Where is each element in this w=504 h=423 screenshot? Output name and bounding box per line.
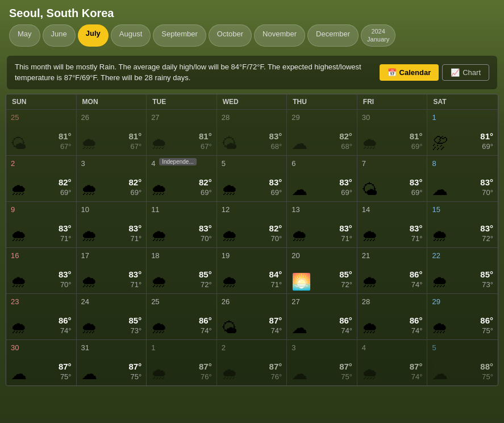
- calendar-cell-w3-d2[interactable]: 18🌧85°72°: [147, 248, 217, 293]
- cell-date: 29: [432, 297, 493, 306]
- calendar-cell-w5-d6[interactable]: 5☁88°75°: [427, 340, 498, 385]
- cell-temps: 86°74°: [59, 315, 72, 335]
- calendar-cell-w0-d0[interactable]: 25🌤81°67°: [6, 110, 77, 155]
- calendar-cell-w4-d3[interactable]: 26🌤87°74°: [217, 294, 288, 339]
- weather-icon: 🌧: [362, 320, 378, 336]
- tab-october[interactable]: October: [209, 24, 252, 47]
- calendar-cell-w4-d4[interactable]: 27☁86°74°: [287, 294, 357, 339]
- weather-icon: 🌤: [362, 182, 378, 198]
- temp-low: 69°: [199, 188, 212, 198]
- tab-2024-january[interactable]: 2024January: [361, 24, 395, 47]
- cell-date: 17: [81, 251, 142, 260]
- temp-low: 76°: [269, 372, 282, 382]
- calendar-view-button[interactable]: 📅 Calendar: [380, 64, 439, 81]
- calendar-cell-w1-d1[interactable]: 3🌧82°69°: [77, 156, 147, 201]
- calendar-cell-w1-d4[interactable]: 6☁83°69°: [287, 156, 357, 201]
- calendar-cell-w5-d5[interactable]: 4🌧87°74°: [357, 340, 428, 385]
- tab-september[interactable]: September: [153, 24, 206, 47]
- calendar-cell-w0-d2[interactable]: 27🌧81°67°: [147, 110, 217, 155]
- calendar-cell-w2-d1[interactable]: 10🌧83°71°: [77, 202, 147, 247]
- calendar-cell-w3-d0[interactable]: 16🌧83°70°: [6, 248, 77, 293]
- weather-icon: 🌅: [291, 274, 311, 290]
- cell-date: 28: [362, 297, 423, 306]
- calendar-cell-w4-d6[interactable]: 29🌧86°75°: [427, 294, 498, 339]
- calendar-cell-w1-d6[interactable]: 8☁83°70°: [427, 156, 498, 201]
- calendar-cell-w2-d3[interactable]: 12🌧82°70°: [217, 202, 288, 247]
- calendar-cell-w3-d4[interactable]: 20🌅85°72°: [287, 248, 357, 293]
- cell-temps: 81°67°: [128, 131, 141, 151]
- calendar-cell-w5-d0[interactable]: 30☁87°75°: [6, 340, 77, 385]
- cell-weather: 🌤83°69°: [362, 170, 423, 198]
- calendar-cell-w2-d4[interactable]: 13🌧83°71°: [287, 202, 357, 247]
- temp-low: 71°: [339, 234, 352, 244]
- cell-temps: 83°70°: [59, 269, 72, 289]
- cell-temps: 87°76°: [199, 361, 212, 381]
- temp-high: 85°: [480, 269, 493, 280]
- calendar-cell-w1-d0[interactable]: 2🌧82°69°: [6, 156, 77, 201]
- calendar-cell-w5-d3[interactable]: 2🌧87°76°: [217, 340, 288, 385]
- tab-august[interactable]: August: [111, 24, 151, 47]
- week-row-0: 25🌤81°67°26🌧81°67°27🌧81°67°28🌤83°68°29☁8…: [6, 109, 498, 155]
- calendar-cell-w4-d0[interactable]: 23🌧86°74°: [6, 294, 77, 339]
- temp-low: 69°: [269, 188, 282, 198]
- chart-view-button[interactable]: 📈 Chart: [442, 64, 489, 81]
- weather-icon: 🌧: [222, 228, 238, 244]
- calendar-cell-w3-d3[interactable]: 19🌧84°71°: [217, 248, 288, 293]
- calendar-cell-w2-d5[interactable]: 14🌧83°71°: [357, 202, 428, 247]
- temp-low: 74°: [59, 326, 72, 336]
- cell-date: 26: [81, 113, 142, 122]
- cell-holiday: Independe...: [159, 158, 197, 165]
- temp-high: 83°: [480, 223, 493, 234]
- calendar-cell-w0-d4[interactable]: 29☁82°68°: [287, 110, 357, 155]
- tab-july[interactable]: July: [78, 24, 109, 47]
- tab-june[interactable]: June: [43, 24, 76, 47]
- calendar-cell-w2-d0[interactable]: 9🌧83°71°: [6, 202, 77, 247]
- calendar-cell-w2-d2[interactable]: 11🌧83°70°: [147, 202, 217, 247]
- tab-december[interactable]: December: [307, 24, 359, 47]
- temp-high: 87°: [199, 361, 212, 372]
- weather-icon: 🌧: [291, 228, 307, 244]
- calendar-cell-w1-d3[interactable]: 5🌧83°69°: [217, 156, 288, 201]
- weather-icon: 🌧: [151, 366, 167, 382]
- week-row-5: 30☁87°75°31☁87°75°1🌧87°76°2🌧87°76°3☁87°7…: [6, 339, 498, 385]
- weather-icon: 🌤: [11, 136, 27, 152]
- temp-low: 70°: [59, 280, 72, 290]
- calendar-cell-w5-d1[interactable]: 31☁87°75°: [77, 340, 147, 385]
- cell-date: 3: [291, 343, 352, 352]
- tab-november[interactable]: November: [254, 24, 305, 47]
- calendar-cell-w0-d1[interactable]: 26🌧81°67°: [77, 110, 147, 155]
- cell-date: 9: [11, 205, 72, 214]
- cell-temps: 85°72°: [199, 269, 212, 289]
- tab-may[interactable]: May: [9, 24, 40, 47]
- cell-weather: 🌧87°74°: [362, 354, 423, 382]
- weather-icon: 🌤: [222, 320, 238, 336]
- calendar-cell-w3-d6[interactable]: 22🌧85°73°: [427, 248, 498, 293]
- calendar-cell-w1-d5[interactable]: 7🌤83°69°: [357, 156, 428, 201]
- calendar-cell-w1-d2[interactable]: 4Independe...🌧82°69°: [147, 156, 217, 201]
- cell-date: 29: [291, 113, 352, 122]
- day-header-thu: THU: [287, 94, 357, 109]
- calendar-cell-w0-d5[interactable]: 30🌧81°69°: [357, 110, 428, 155]
- temp-low: 67°: [59, 142, 72, 152]
- cell-weather: ☁88°75°: [432, 354, 493, 382]
- cell-date: 1: [151, 343, 212, 352]
- cell-date: 15: [432, 205, 493, 214]
- weather-icon: 🌧: [362, 274, 378, 290]
- cell-weather: 🌧83°71°: [362, 216, 423, 244]
- temp-high: 83°: [199, 223, 212, 234]
- weather-icon: ☁: [432, 182, 448, 198]
- day-header-sat: SAT: [427, 94, 498, 109]
- calendar-cell-w3-d5[interactable]: 21🌧86°74°: [357, 248, 428, 293]
- calendar-cell-w4-d1[interactable]: 24🌧85°73°: [77, 294, 147, 339]
- weather-icon: 🌤: [222, 136, 238, 152]
- calendar-cell-w0-d6[interactable]: 1⛈81°69°: [427, 110, 498, 155]
- calendar-cell-w2-d6[interactable]: 15🌧83°72°: [427, 202, 498, 247]
- calendar-cell-w3-d1[interactable]: 17🌧83°71°: [77, 248, 147, 293]
- calendar-cell-w5-d2[interactable]: 1🌧87°76°: [147, 340, 217, 385]
- calendar-cell-w4-d5[interactable]: 28🌧86°74°: [357, 294, 428, 339]
- calendar-cell-w4-d2[interactable]: 25🌧86°74°: [147, 294, 217, 339]
- temp-high: 86°: [410, 269, 423, 280]
- calendar-cell-w0-d3[interactable]: 28🌤83°68°: [217, 110, 288, 155]
- cell-weather: ☁82°68°: [291, 124, 352, 152]
- calendar-cell-w5-d4[interactable]: 3☁87°75°: [287, 340, 357, 385]
